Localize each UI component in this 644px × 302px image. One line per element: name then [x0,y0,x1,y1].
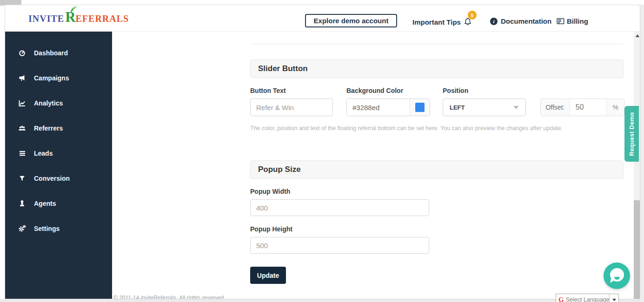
google-translate-icon: G [558,296,564,302]
top-header: INVITE R EFERRALS Explore demo account I… [5,5,640,32]
page-right-edge [640,5,644,302]
scrollbar-thumb[interactable] [634,200,640,299]
billing-link[interactable]: Billing [557,17,588,25]
request-demo-label: Request Demo [628,112,635,156]
offset-input[interactable] [570,99,606,116]
color-swatch-addon[interactable] [410,99,430,116]
sidebar-label: Conversion [34,175,70,182]
background-color-label: Background Color [346,87,403,94]
sidebar-item-campaigns[interactable]: Campaigns [5,66,112,91]
sidebar-item-settings[interactable]: Settings [5,216,112,241]
button-text-input[interactable] [250,98,333,116]
position-selected-value: LEFT [450,104,513,111]
users-icon [18,125,26,132]
explore-demo-account-button[interactable]: Explore demo account [305,14,397,27]
chat-bubble-icon [610,268,624,282]
sidebar-item-agents[interactable]: Agents [5,191,112,216]
slider-button-panel-header: Slider Button [250,59,624,78]
language-select-widget[interactable]: G Select Language [556,294,619,302]
copyright-text: © 2011-14 inviteReferrals. All rights re… [113,295,224,299]
request-demo-tab[interactable]: Request Demo [624,106,639,162]
scrollbar-up-arrow-icon[interactable] [636,34,639,37]
logo-text-invite: INVITE [28,13,64,24]
popup-size-panel-header: Popup Size [250,160,624,179]
notification-badge: 5 [468,11,477,20]
dashboard-icon [18,49,26,57]
brand-logo[interactable]: INVITE R EFERRALS [28,11,129,24]
background-color-group [346,98,430,116]
sidebar-item-analytics[interactable]: Analytics [5,91,112,116]
sidebar-nav: Dashboard Campaigns Analytics Referrers … [5,32,112,299]
sidebar-label: Leads [34,150,53,157]
gears-icon [18,225,26,232]
documentation-label: Documentation [501,17,551,25]
billing-label: Billing [567,17,588,25]
app-window: INVITE R EFERRALS Explore demo account I… [5,5,640,299]
slider-help-text: The color, position and text of the floa… [250,125,563,131]
billing-icon [557,18,564,25]
documentation-link[interactable]: i Documentation [490,17,551,25]
sidebar-label: Settings [34,225,60,232]
offset-addon-label: Offset: [541,99,570,116]
sidebar-item-referrers[interactable]: Referrers [5,116,112,141]
button-text-label: Button Text [250,87,286,94]
sidebar-label: Referrers [34,125,63,132]
funnel-icon [18,175,26,182]
popup-height-input[interactable] [250,237,429,254]
color-swatch [415,103,425,112]
content-divider [250,44,624,44]
offset-group: Offset: % [540,98,624,116]
vertical-scrollbar[interactable] [634,32,640,299]
sidebar-label: Analytics [34,99,63,107]
info-icon: i [490,18,498,25]
sidebar-item-dashboard[interactable]: Dashboard [5,40,112,66]
language-select-label: Select Language [566,296,609,302]
agent-icon [18,200,26,207]
important-tips-menu[interactable]: Important Tips 5 [412,17,472,26]
chevron-down-icon [513,106,519,109]
list-icon [18,150,26,157]
sidebar-item-conversion[interactable]: Conversion [5,166,112,191]
popup-width-label: Popup Width [250,188,290,195]
position-select[interactable]: LEFT [443,98,526,116]
update-button[interactable]: Update [250,267,286,284]
important-tips-label: Important Tips [412,18,461,26]
sidebar-label: Campaigns [34,74,69,82]
signal-waves-icon [69,6,79,13]
popup-height-label: Popup Height [250,225,292,233]
popup-width-input[interactable] [250,199,429,216]
offset-unit-addon: % [606,99,624,116]
chart-line-icon [18,99,26,107]
caret-down-icon [612,299,616,301]
language-caret-box [609,294,618,302]
logo-letter-r: R [65,11,75,23]
sidebar-label: Dashboard [34,49,68,57]
sidebar-label: Agents [34,200,56,207]
panel-title: Popup Size [258,165,301,174]
sidebar-item-leads[interactable]: Leads [5,141,112,166]
page-bottom-edge [0,299,644,302]
megaphone-icon [18,74,26,82]
chat-widget-button[interactable] [604,263,630,289]
chat-smile-icon [614,277,620,280]
logo-text-referrals: EFERRALS [76,13,129,24]
panel-title: Slider Button [258,64,308,73]
background-color-input[interactable] [347,99,410,116]
position-label: Position [443,87,468,94]
